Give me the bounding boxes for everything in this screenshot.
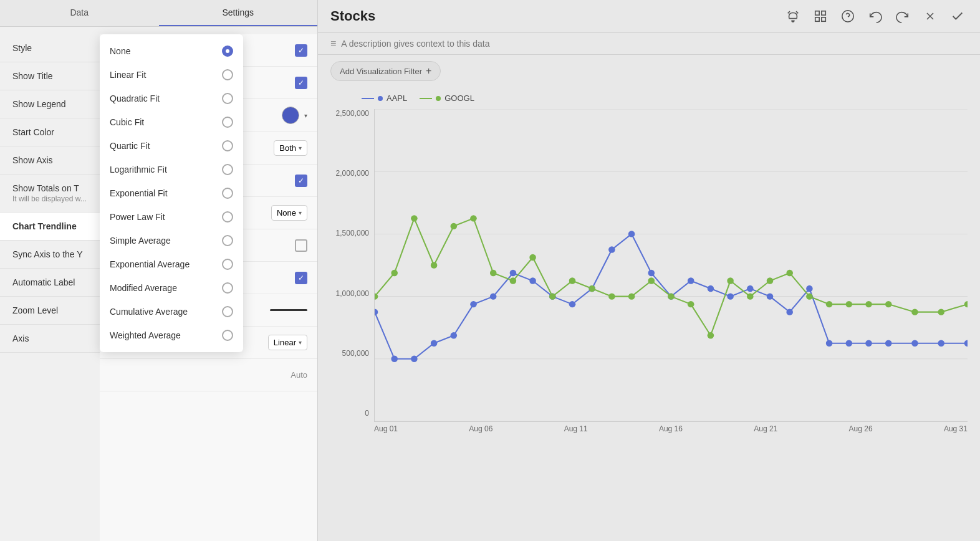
googl-dot xyxy=(885,301,892,307)
sidebar-item-axis[interactable]: Axis xyxy=(0,325,100,353)
dropdown-item-logarithmic-fit-label: Logarithmic Fit xyxy=(110,165,167,175)
show-title-checkbox[interactable]: ✓ xyxy=(295,44,307,57)
googl-dot xyxy=(708,332,714,338)
help-icon[interactable] xyxy=(838,6,858,26)
alarm-icon[interactable] xyxy=(783,6,803,26)
aapl-dot xyxy=(806,285,813,292)
aapl-dot xyxy=(529,277,536,284)
trendline-dropdown-value: None xyxy=(277,208,296,218)
dropdown-item-none[interactable]: None xyxy=(100,39,243,63)
close-icon[interactable] xyxy=(920,6,940,26)
dropdown-item-exponential-fit-label: Exponential Fit xyxy=(110,188,168,198)
dropdown-item-exponential-fit[interactable]: Exponential Fit xyxy=(100,181,243,205)
googl-dot xyxy=(648,277,655,284)
googl-dot xyxy=(569,277,576,284)
confirm-icon[interactable] xyxy=(948,6,968,26)
show-totals-checkbox[interactable]: ✓ xyxy=(295,175,307,187)
aapl-dot xyxy=(846,340,853,347)
sidebar-item-sub: It will be displayed w... xyxy=(12,194,87,203)
radio-cumulative-average[interactable] xyxy=(222,306,233,317)
x-label-aug01: Aug 01 xyxy=(374,424,398,433)
radio-power-law-fit[interactable] xyxy=(222,211,233,223)
sidebar-item-sync-axis[interactable]: Sync Axis to the Y xyxy=(0,241,100,269)
legend-label-googl: GOOGL xyxy=(444,93,474,103)
dropdown-item-quadratic-fit[interactable]: Quadratic Fit xyxy=(100,87,243,110)
dropdown-item-exponential-average[interactable]: Exponential Average xyxy=(100,252,243,276)
color-swatch[interactable] xyxy=(282,107,299,124)
undo-icon[interactable] xyxy=(865,6,885,26)
radio-weighted-average[interactable] xyxy=(222,330,233,341)
aapl-dot xyxy=(938,340,944,347)
y-label-2: 2,000,000 xyxy=(336,169,369,178)
aapl-dot xyxy=(648,270,655,276)
linear-chevron: ▾ xyxy=(299,339,302,346)
linear-dropdown[interactable]: Linear ▾ xyxy=(268,335,307,350)
radio-modified-average[interactable] xyxy=(222,282,233,294)
y-label-3: 1,500,000 xyxy=(336,229,369,237)
googl-dot xyxy=(608,293,615,299)
dropdown-item-weighted-average[interactable]: Weighted Average xyxy=(100,323,243,347)
sidebar-item-zoom-level[interactable]: Zoom Level xyxy=(0,297,100,325)
tab-data[interactable]: Data xyxy=(0,0,159,26)
sidebar-item-start-color[interactable]: Start Color xyxy=(0,118,100,146)
trendline-dropdown-overlay: None Linear Fit Quadratic Fit Cubic Fit … xyxy=(100,34,243,352)
start-color-control[interactable]: ▾ xyxy=(282,107,307,124)
dropdown-item-cubic-fit[interactable]: Cubic Fit xyxy=(100,110,243,134)
sidebar-item-show-axis[interactable]: Show Axis xyxy=(0,146,100,175)
dropdown-item-cumulative-average-label: Cumulative Average xyxy=(110,307,188,317)
dropdown-item-simple-average[interactable]: Simple Average xyxy=(100,229,243,252)
grid-icon[interactable] xyxy=(810,6,830,26)
radio-none[interactable] xyxy=(222,45,233,57)
googl-dot xyxy=(964,301,968,307)
chart-title-input[interactable] xyxy=(330,8,783,24)
add-filter-button[interactable]: Add Visualization Filter + xyxy=(330,61,441,81)
axis-dropdown[interactable]: Both ▾ xyxy=(274,140,307,156)
radio-simple-average[interactable] xyxy=(222,235,233,246)
aapl-dot xyxy=(964,340,968,347)
y-label-4: 1,000,000 xyxy=(336,289,369,298)
dropdown-item-power-law-fit-label: Power Law Fit xyxy=(110,212,165,222)
aapl-dot xyxy=(451,332,458,338)
googl-dot xyxy=(938,309,944,315)
dropdown-item-quadratic-fit-label: Quadratic Fit xyxy=(110,93,160,103)
dropdown-item-logarithmic-fit[interactable]: Logarithmic Fit xyxy=(100,158,243,181)
svg-rect-0 xyxy=(815,11,819,15)
aapl-dot xyxy=(411,356,418,362)
radio-exponential-fit[interactable] xyxy=(222,188,233,199)
radio-quartic-fit[interactable] xyxy=(222,140,233,151)
tab-settings[interactable]: Settings xyxy=(159,0,318,26)
radio-logarithmic-fit[interactable] xyxy=(222,164,233,175)
chart-description-input[interactable] xyxy=(341,39,968,49)
dropdown-item-cumulative-average[interactable]: Cumulative Average xyxy=(100,300,243,323)
legend-label-aapl: AAPL xyxy=(387,93,407,103)
radio-linear-fit[interactable] xyxy=(222,69,233,80)
trendline-dropdown[interactable]: None ▾ xyxy=(271,205,307,221)
axis-dropdown-value: Both xyxy=(279,143,296,153)
googl-dot xyxy=(549,293,556,299)
googl-dot xyxy=(628,293,635,299)
aapl-dot xyxy=(375,309,378,315)
aapl-dot xyxy=(470,301,477,307)
auto-label-checkbox[interactable]: ✓ xyxy=(295,272,307,284)
x-label-aug16: Aug 16 xyxy=(659,424,683,433)
dropdown-item-quartic-fit[interactable]: Quartic Fit xyxy=(100,134,243,158)
sidebar-item-show-title[interactable]: Show Title xyxy=(0,62,100,90)
chart-header xyxy=(318,0,980,33)
sidebar-item-automatic-label[interactable]: Automatic Label xyxy=(0,269,100,297)
dropdown-item-modified-average[interactable]: Modified Average xyxy=(100,276,243,300)
sidebar-item-style[interactable]: Style xyxy=(0,34,100,62)
dropdown-item-power-law-fit[interactable]: Power Law Fit xyxy=(100,205,243,229)
sync-axis-checkbox[interactable] xyxy=(295,239,307,252)
show-legend-checkbox[interactable]: ✓ xyxy=(295,77,307,89)
redo-icon[interactable] xyxy=(893,6,913,26)
x-label-aug06: Aug 06 xyxy=(469,424,492,433)
sidebar-item-show-totals[interactable]: Show Totals on T It will be displayed w.… xyxy=(0,175,100,213)
radio-quadratic-fit[interactable] xyxy=(222,93,233,104)
radio-cubic-fit[interactable] xyxy=(222,117,233,128)
dropdown-item-linear-fit[interactable]: Linear Fit xyxy=(100,63,243,87)
sidebar-item-chart-trendline[interactable]: Chart Trendline xyxy=(0,213,100,241)
y-label-1: 2,500,000 xyxy=(336,109,369,118)
radio-exponential-average[interactable] xyxy=(222,259,233,270)
aapl-dot xyxy=(865,340,872,347)
sidebar-item-show-legend[interactable]: Show Legend xyxy=(0,90,100,118)
